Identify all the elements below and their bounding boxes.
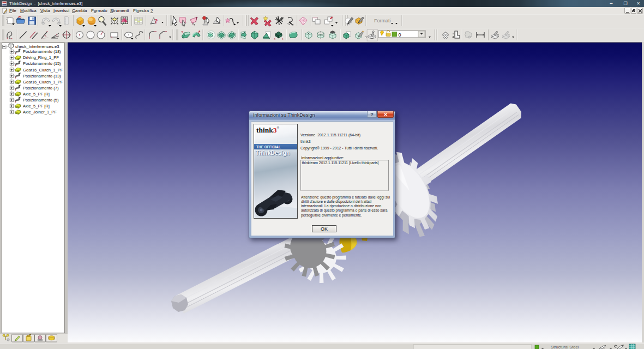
svg-text:Posizionamento (5): Posizionamento (5): [23, 98, 59, 103]
svg-text:Axle_5_PF [R]: Axle_5_PF [R]: [23, 92, 50, 97]
svg-text:0: 0: [399, 32, 401, 38]
svg-text:Formati: Formati: [374, 18, 391, 23]
svg-text:?: ?: [154, 17, 158, 25]
svg-text:check_interferences.e3: check_interferences.e3: [15, 44, 59, 49]
svg-text:Gear16_Clutch_1_PF: Gear16_Clutch_1_PF: [23, 80, 63, 85]
svg-text:Posizionamento (15): Posizionamento (15): [23, 61, 61, 66]
svg-text:Axle_Joiner_1_PF: Axle_Joiner_1_PF: [23, 110, 57, 115]
svg-text:Driving_Ring_1_PF: Driving_Ring_1_PF: [23, 55, 59, 60]
svg-text:Posizionamento (18): Posizionamento (18): [23, 49, 61, 54]
svg-text:Posizionamento (13): Posizionamento (13): [23, 74, 61, 79]
svg-text:Structural Steel: Structural Steel: [551, 345, 579, 349]
svg-text:Gear16_Clutch_1_PF: Gear16_Clutch_1_PF: [23, 68, 63, 73]
svg-text:Axle_5_PF [R]: Axle_5_PF [R]: [23, 104, 50, 109]
svg-text:Posizionamento (7): Posizionamento (7): [23, 86, 59, 91]
